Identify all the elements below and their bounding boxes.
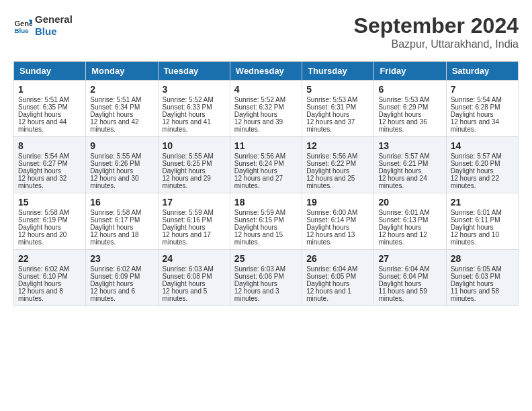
day-sunset: Sunset: 6:03 PM — [451, 273, 500, 280]
day-number: 12 — [306, 140, 369, 151]
day-sunset: Sunset: 6:27 PM — [18, 160, 68, 167]
day-sunrise: Sunrise: 6:05 AM — [451, 265, 502, 273]
day-number: 26 — [306, 253, 369, 264]
daylight-duration: 12 hours and 27 minutes. — [234, 175, 283, 189]
day-number: 4 — [234, 84, 298, 95]
header-saturday: Saturday — [446, 62, 518, 81]
day-number: 6 — [378, 84, 441, 95]
day-sunrise: Sunrise: 5:54 AM — [18, 152, 69, 160]
day-number: 2 — [90, 84, 153, 95]
calendar-day-7: 7 Sunrise: 5:54 AM Sunset: 6:28 PM Dayli… — [446, 81, 518, 137]
day-sunrise: Sunrise: 5:59 AM — [163, 209, 214, 216]
daylight-duration: 12 hours and 24 minutes. — [378, 175, 427, 189]
day-sunrise: Sunrise: 6:02 AM — [90, 265, 141, 273]
day-sunrise: Sunrise: 5:57 AM — [451, 152, 502, 160]
daylight-duration: 12 hours and 41 minutes. — [163, 118, 211, 133]
day-number: 9 — [90, 140, 153, 151]
daylight-duration: 12 hours and 44 minutes. — [18, 118, 66, 133]
daylight-text: Daylight hours — [378, 224, 421, 231]
day-sunset: Sunset: 6:34 PM — [90, 103, 140, 111]
day-sunrise: Sunrise: 6:04 AM — [378, 265, 429, 273]
day-sunset: Sunset: 6:28 PM — [451, 103, 500, 111]
day-sunset: Sunset: 6:21 PM — [378, 160, 428, 167]
day-sunrise: Sunrise: 5:55 AM — [90, 152, 141, 160]
day-number: 22 — [18, 253, 81, 264]
day-sunset: Sunset: 6:25 PM — [163, 160, 212, 167]
day-number: 17 — [163, 197, 226, 208]
calendar-day-24: 24 Sunrise: 6:03 AM Sunset: 6:08 PM Dayl… — [158, 250, 230, 306]
daylight-duration: 12 hours and 12 minutes. — [378, 231, 427, 246]
day-number: 11 — [234, 140, 298, 151]
day-sunset: Sunset: 6:06 PM — [234, 273, 284, 280]
calendar-day-3: 3 Sunrise: 5:52 AM Sunset: 6:33 PM Dayli… — [158, 81, 230, 137]
header-sunday: Sunday — [14, 62, 86, 81]
day-sunset: Sunset: 6:20 PM — [451, 160, 500, 167]
day-number: 25 — [234, 253, 298, 264]
day-number: 3 — [163, 84, 226, 95]
day-sunset: Sunset: 6:09 PM — [90, 273, 140, 280]
daylight-text: Daylight hours — [90, 111, 133, 118]
day-number: 27 — [378, 253, 441, 264]
calendar-day-13: 13 Sunrise: 5:57 AM Sunset: 6:21 PM Dayl… — [374, 137, 446, 193]
calendar-day-1: 1 Sunrise: 5:51 AM Sunset: 6:35 PM Dayli… — [14, 81, 86, 137]
calendar-day-27: 27 Sunrise: 6:04 AM Sunset: 6:04 PM Dayl… — [374, 250, 446, 306]
calendar-day-17: 17 Sunrise: 5:59 AM Sunset: 6:16 PM Dayl… — [158, 193, 230, 250]
calendar-title: September 2024 — [354, 13, 519, 38]
day-sunrise: Sunrise: 5:52 AM — [234, 96, 285, 103]
day-number: 21 — [451, 197, 514, 208]
day-number: 14 — [451, 140, 514, 151]
day-sunrise: Sunrise: 6:03 AM — [163, 265, 214, 273]
calendar-table: Sunday Monday Tuesday Wednesday Thursday… — [13, 61, 519, 306]
daylight-duration: 12 hours and 1 minute. — [306, 287, 351, 302]
day-number: 15 — [18, 197, 81, 208]
daylight-text: Daylight hours — [90, 224, 133, 231]
day-sunrise: Sunrise: 6:02 AM — [18, 265, 69, 273]
day-sunset: Sunset: 6:19 PM — [18, 216, 68, 224]
calendar-subtitle: Bazpur, Uttarakhand, India — [354, 38, 519, 50]
calendar-day-8: 8 Sunrise: 5:54 AM Sunset: 6:27 PM Dayli… — [14, 137, 86, 193]
daylight-duration: 12 hours and 25 minutes. — [306, 175, 355, 189]
weekday-header-row: Sunday Monday Tuesday Wednesday Thursday… — [14, 62, 519, 81]
calendar-day-15: 15 Sunrise: 5:58 AM Sunset: 6:19 PM Dayl… — [14, 193, 86, 250]
day-sunset: Sunset: 6:26 PM — [90, 160, 140, 167]
day-number: 8 — [18, 140, 81, 151]
daylight-text: Daylight hours — [306, 167, 349, 175]
header-wednesday: Wednesday — [230, 62, 302, 81]
calendar-day-5: 5 Sunrise: 5:53 AM Sunset: 6:31 PM Dayli… — [302, 81, 374, 137]
day-sunrise: Sunrise: 5:57 AM — [378, 152, 429, 160]
daylight-duration: 12 hours and 37 minutes. — [306, 118, 355, 133]
calendar-day-11: 11 Sunrise: 5:56 AM Sunset: 6:24 PM Dayl… — [230, 137, 302, 193]
daylight-duration: 12 hours and 42 minutes. — [90, 118, 138, 133]
day-sunrise: Sunrise: 5:53 AM — [378, 96, 429, 103]
calendar-day-28: 28 Sunrise: 6:05 AM Sunset: 6:03 PM Dayl… — [446, 250, 518, 306]
daylight-duration: 11 hours and 58 minutes. — [451, 287, 499, 302]
calendar-day-19: 19 Sunrise: 6:00 AM Sunset: 6:14 PM Dayl… — [302, 193, 374, 250]
daylight-text: Daylight hours — [451, 111, 494, 118]
daylight-text: Daylight hours — [378, 167, 421, 175]
header-friday: Friday — [374, 62, 446, 81]
daylight-text: Daylight hours — [234, 167, 277, 175]
calendar-week-row: 22 Sunrise: 6:02 AM Sunset: 6:10 PM Dayl… — [14, 250, 519, 306]
day-sunset: Sunset: 6:33 PM — [163, 103, 212, 111]
day-number: 28 — [451, 253, 514, 264]
daylight-text: Daylight hours — [163, 280, 206, 287]
daylight-text: Daylight hours — [451, 224, 494, 231]
calendar-week-row: 1 Sunrise: 5:51 AM Sunset: 6:35 PM Dayli… — [14, 81, 519, 137]
day-number: 7 — [451, 84, 514, 95]
calendar-day-14: 14 Sunrise: 5:57 AM Sunset: 6:20 PM Dayl… — [446, 137, 518, 193]
daylight-text: Daylight hours — [18, 224, 61, 231]
day-number: 5 — [306, 84, 369, 95]
header-monday: Monday — [86, 62, 158, 81]
daylight-duration: 12 hours and 8 minutes. — [18, 287, 63, 302]
daylight-text: Daylight hours — [306, 224, 349, 231]
calendar-day-12: 12 Sunrise: 5:56 AM Sunset: 6:22 PM Dayl… — [302, 137, 374, 193]
calendar-week-row: 15 Sunrise: 5:58 AM Sunset: 6:19 PM Dayl… — [14, 193, 519, 250]
day-sunset: Sunset: 6:11 PM — [451, 216, 500, 224]
day-number: 16 — [90, 197, 153, 208]
day-sunrise: Sunrise: 5:56 AM — [234, 152, 285, 160]
day-sunset: Sunset: 6:24 PM — [234, 160, 284, 167]
day-sunset: Sunset: 6:15 PM — [234, 216, 284, 224]
day-number: 20 — [378, 197, 441, 208]
daylight-text: Daylight hours — [90, 280, 133, 287]
day-sunset: Sunset: 6:05 PM — [306, 273, 356, 280]
